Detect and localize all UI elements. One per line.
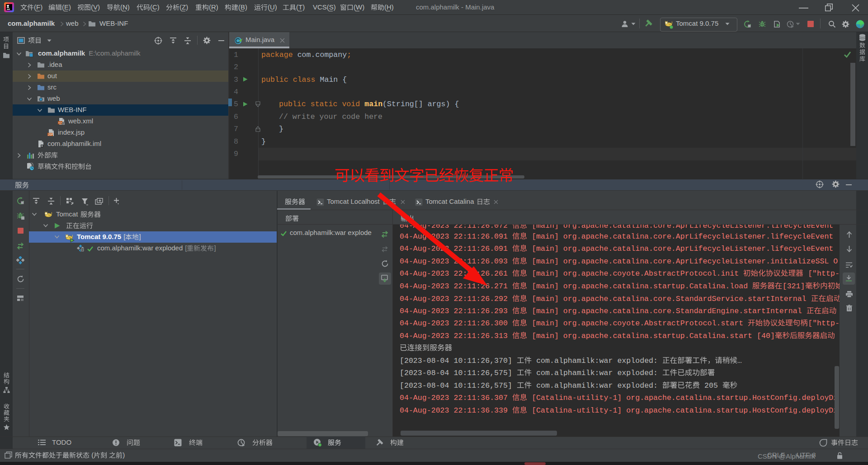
svg-text:JSP: JSP (48, 133, 53, 136)
svg-text:<>: <> (58, 121, 62, 124)
